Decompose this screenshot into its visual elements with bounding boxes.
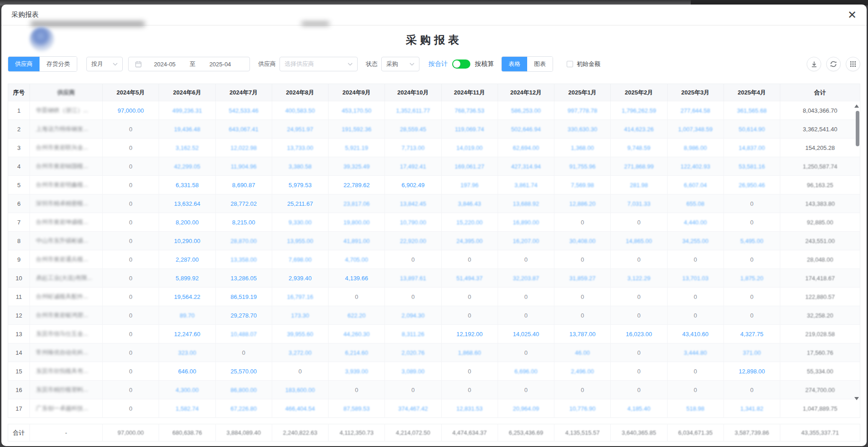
cell-month-value[interactable]: 330,630.30 (554, 120, 611, 139)
cell-month-value[interactable]: 8,200.00 (159, 213, 215, 232)
cell-month-value[interactable]: 12,831.53 (441, 399, 498, 418)
cell-month-value[interactable]: 7,698.00 (272, 250, 328, 269)
cell-month-value[interactable]: 87,589.53 (329, 399, 385, 418)
initial-amount-checkbox[interactable] (567, 61, 573, 67)
cell-month-value[interactable]: 427,314.94 (498, 157, 554, 176)
cell-month-value[interactable]: 10,790.00 (385, 213, 441, 232)
cell-month-value[interactable]: 1,368.00 (554, 139, 611, 157)
initial-amount-checkbox-group[interactable]: 初始金额 (567, 60, 600, 68)
cell-month-value[interactable]: 44,260.30 (329, 325, 385, 343)
cell-month-value[interactable]: 12,247.60 (159, 325, 215, 343)
cell-month-value[interactable]: 16,207.00 (498, 232, 554, 250)
cell-month-value[interactable]: 30,408.00 (554, 232, 611, 250)
cell-month-value[interactable]: 32,203.87 (498, 269, 554, 288)
cell-month-value[interactable]: 28,772.02 (215, 194, 272, 213)
tab-table-view[interactable]: 表格 (502, 57, 527, 71)
cell-month-value[interactable]: 12,886.20 (554, 194, 611, 213)
cell-month-value[interactable]: 22,920.00 (385, 232, 441, 250)
cell-month-value[interactable]: 191,592.36 (329, 120, 385, 139)
cell-month-value[interactable]: 12,022.98 (215, 139, 272, 157)
cell-month-value[interactable]: 89.70 (159, 306, 215, 325)
cell-month-value[interactable]: 1,341.82 (723, 399, 780, 418)
cell-month-value[interactable]: 62,694.00 (498, 139, 554, 157)
cell-month-value[interactable]: 277,644.58 (667, 101, 723, 120)
cell-month-value[interactable]: 19,436.48 (159, 120, 215, 139)
cell-month-value[interactable]: 997,778.78 (554, 101, 611, 120)
column-settings-button[interactable] (846, 57, 860, 71)
status-select[interactable]: 采购 (381, 57, 419, 71)
tab-chart-view[interactable]: 图表 (527, 57, 553, 71)
cell-month-value[interactable]: 91,755.96 (554, 157, 611, 176)
period-select[interactable]: 按月 (86, 57, 123, 71)
cell-month-value[interactable]: 14,837.00 (723, 139, 780, 157)
cell-month-value[interactable]: 51,494.37 (441, 269, 498, 288)
cell-month-value[interactable]: 29,278.70 (215, 306, 272, 325)
cell-month-value[interactable]: 41,891.00 (329, 232, 385, 250)
cell-month-value[interactable]: 3,089.00 (385, 362, 441, 381)
cell-month-value[interactable]: 13,897.61 (385, 269, 441, 288)
cell-month-value[interactable]: 53,581.16 (723, 157, 780, 176)
cell-month-value[interactable]: 22,789.62 (329, 176, 385, 194)
cell-month-value[interactable]: 2,287.00 (159, 250, 215, 269)
cell-month-value[interactable]: 5,495.00 (723, 232, 780, 250)
cell-month-value[interactable]: 43,410.60 (667, 325, 723, 343)
cell-month-value[interactable]: 518.98 (667, 399, 723, 418)
cell-month-value[interactable]: 9,748.59 (611, 139, 667, 157)
cell-month-value[interactable]: 6,607.04 (667, 176, 723, 194)
cell-month-value[interactable]: 5,979.53 (272, 176, 328, 194)
cell-month-value[interactable]: 7,031.33 (611, 194, 667, 213)
cell-month-value[interactable]: 4,705.00 (329, 250, 385, 269)
cell-month-value[interactable]: 6,902.49 (385, 176, 441, 194)
cell-month-value[interactable]: 6,214.60 (329, 343, 385, 362)
cell-month-value[interactable]: 768,736.53 (441, 101, 498, 120)
cell-month-value[interactable]: 39,325.49 (329, 157, 385, 176)
cell-month-value[interactable]: 8,986.00 (667, 139, 723, 157)
cell-month-value[interactable]: 10,290.00 (159, 232, 215, 250)
cell-month-value[interactable]: 281.98 (611, 176, 667, 194)
cell-month-value[interactable]: 10,776.90 (554, 399, 611, 418)
cell-month-value[interactable]: 3,861.74 (498, 176, 554, 194)
cell-month-value[interactable]: 1,875.20 (723, 269, 780, 288)
cell-month-value[interactable]: 3,122.29 (611, 269, 667, 288)
cell-month-value[interactable]: 42,299.05 (159, 157, 215, 176)
cell-month-value[interactable]: 3,162.52 (159, 139, 215, 157)
cell-month-value[interactable]: 23,817.06 (329, 194, 385, 213)
cell-month-value[interactable]: 453,170.50 (329, 101, 385, 120)
cell-month-value[interactable]: 25,211.67 (272, 194, 328, 213)
cell-month-value[interactable]: 13,632.64 (159, 194, 215, 213)
download-button[interactable] (807, 57, 821, 71)
date-range-picker[interactable]: 2024-05 至 2025-04 (128, 57, 250, 71)
cell-month-value[interactable]: 3,272.00 (272, 343, 328, 362)
cell-month-value[interactable]: 3,444.80 (667, 343, 723, 362)
cell-month-value[interactable]: 6,331.58 (159, 176, 215, 194)
cell-month-value[interactable]: 2,094.30 (385, 306, 441, 325)
tab-inventory-category[interactable]: 存货分类 (40, 57, 77, 71)
scrollbar-down-arrow-icon[interactable] (854, 397, 859, 400)
date-start-input[interactable]: 2024-05 (142, 61, 188, 68)
cell-month-value[interactable]: 9,330.00 (272, 213, 328, 232)
cell-month-value[interactable]: 24,951.97 (272, 120, 328, 139)
cell-month-value[interactable]: 13,701.03 (667, 269, 723, 288)
cell-month-value[interactable]: 1,352,611.77 (385, 101, 441, 120)
cell-month-value[interactable]: 2,939.40 (272, 269, 328, 288)
cell-month-value[interactable]: 414,623.26 (611, 120, 667, 139)
cell-month-value[interactable]: 14,019.00 (441, 139, 498, 157)
cell-month-value[interactable]: 1,582.74 (159, 399, 215, 418)
cell-month-value[interactable]: 173.30 (272, 306, 328, 325)
cell-month-value[interactable]: 197.96 (441, 176, 498, 194)
cell-month-value[interactable]: 466,404.54 (272, 399, 328, 418)
cell-month-value[interactable]: 655.08 (667, 194, 723, 213)
cell-month-value[interactable]: 16,797.16 (272, 288, 328, 306)
cell-month-value[interactable]: 97,000.00 (103, 101, 159, 120)
cell-month-value[interactable]: 2,496.00 (554, 362, 611, 381)
cell-month-value[interactable]: 34,255.00 (667, 232, 723, 250)
cell-month-value[interactable]: 28,870.00 (215, 232, 272, 250)
cell-month-value[interactable]: 371.00 (723, 343, 780, 362)
cell-month-value[interactable]: 86,519.19 (215, 288, 272, 306)
cell-month-value[interactable]: 13,842.45 (385, 194, 441, 213)
cell-month-value[interactable]: 4,327.75 (723, 325, 780, 343)
cell-month-value[interactable]: 13,787.00 (554, 325, 611, 343)
cell-month-value[interactable]: 13,955.00 (272, 232, 328, 250)
cell-month-value[interactable]: 4,440.00 (667, 213, 723, 232)
tab-supplier[interactable]: 供应商 (8, 57, 40, 71)
